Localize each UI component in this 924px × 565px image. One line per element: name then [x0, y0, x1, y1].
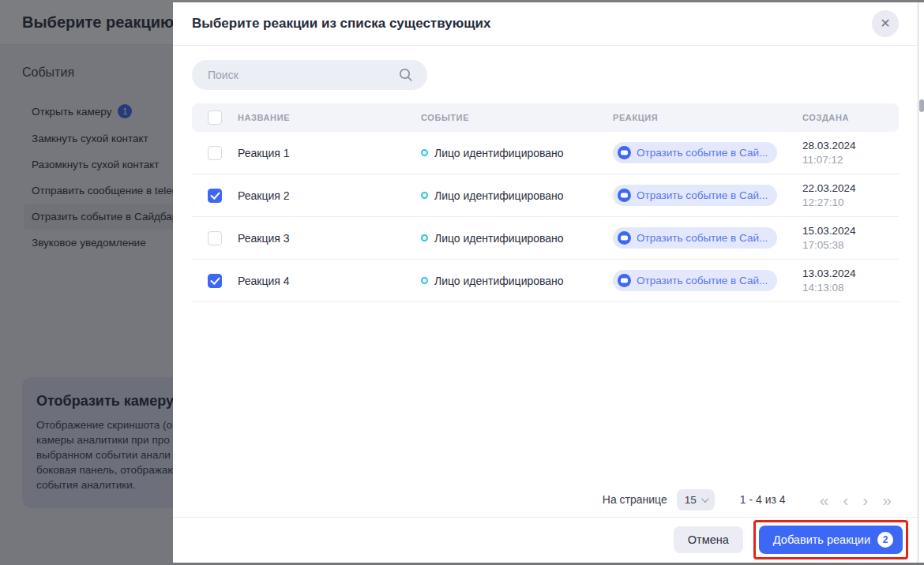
select-all-checkbox[interactable]	[208, 110, 222, 125]
select-reactions-modal: Выберите реакции из списка существующих …	[173, 2, 918, 563]
selected-count-badge: 2	[877, 532, 893, 548]
modal-header: Выберите реакции из списка существующих …	[173, 2, 918, 46]
event-status-icon	[421, 234, 428, 241]
scrollbar[interactable]	[918, 2, 924, 563]
event-cell: Лицо идентифицировано	[421, 189, 613, 202]
created-cell: 28.03.202411:07:12	[802, 139, 899, 167]
close-button[interactable]: ✕	[872, 10, 899, 37]
reaction-chip: Отразить событие в Сай...	[613, 142, 777, 163]
scrollbar-thumb[interactable]	[919, 99, 924, 112]
reactions-table: НАЗВАНИЕ СОБЫТИЕ РЕАКЦИЯ СОЗДАНА Реакция…	[192, 103, 899, 302]
sidebar-reaction-icon	[618, 274, 631, 287]
created-date: 28.03.2024	[802, 139, 899, 153]
per-page-value: 15	[685, 494, 697, 506]
table-row[interactable]: Реакция 2 Лицо идентифицировано Отразить…	[192, 174, 899, 217]
row-checkbox[interactable]	[208, 146, 222, 160]
modal-footer: Отмена Добавить реакции 2	[173, 517, 918, 563]
reaction-name: Реакция 4	[238, 275, 421, 287]
created-date: 13.03.2024	[802, 267, 899, 281]
table-row[interactable]: Реакция 3 Лицо идентифицировано Отразить…	[192, 217, 899, 260]
created-cell: 13.03.202414:13:08	[802, 267, 899, 295]
event-status-icon	[421, 149, 428, 156]
sidebar-reaction-icon	[618, 146, 631, 159]
event-label: Лицо идентифицировано	[434, 232, 564, 245]
search-field	[192, 60, 427, 90]
event-label: Лицо идентифицировано	[434, 189, 564, 202]
event-cell: Лицо идентифицировано	[421, 147, 613, 159]
modal-body: НАЗВАНИЕ СОБЫТИЕ РЕАКЦИЯ СОЗДАНА Реакция…	[173, 46, 918, 517]
sidebar-reaction-icon	[618, 231, 631, 245]
add-reactions-button[interactable]: Добавить реакции 2	[759, 526, 903, 554]
modal-title: Выберите реакции из списка существующих	[192, 16, 490, 32]
table-row[interactable]: Реакция 4 Лицо идентифицировано Отразить…	[192, 260, 899, 302]
reaction-chip-label: Отразить событие в Сай...	[637, 232, 768, 244]
created-time: 14:13:08	[802, 281, 899, 295]
pagination-range: 1 - 4 из 4	[740, 493, 786, 506]
reaction-chip: Отразить событие в Сай...	[613, 227, 777, 249]
reaction-name: Реакция 3	[238, 232, 421, 245]
column-header-name: НАЗВАНИЕ	[238, 113, 421, 122]
created-cell: 15.03.202417:05:38	[802, 224, 899, 253]
created-time: 11:07:12	[802, 153, 899, 167]
next-page-button[interactable]: ›	[857, 492, 873, 508]
per-page-select[interactable]: 15	[677, 489, 715, 511]
prev-page-button[interactable]: ‹	[837, 492, 854, 508]
event-cell: Лицо идентифицировано	[421, 232, 613, 245]
app-window: Выберите реакцию н События Открыть камер…	[0, 0, 924, 565]
reaction-chip-label: Отразить событие в Сай...	[637, 275, 768, 286]
reaction-name: Реакция 1	[238, 147, 421, 159]
chevron-down-icon	[701, 495, 709, 503]
column-header-created: СОЗДАНА	[802, 113, 899, 122]
created-time: 17:05:38	[802, 238, 899, 253]
row-checkbox[interactable]	[208, 189, 222, 203]
search-input[interactable]	[192, 60, 427, 90]
event-cell: Лицо идентифицировано	[421, 275, 613, 287]
per-page-label: На странице	[603, 493, 667, 506]
row-checkbox[interactable]	[208, 231, 222, 245]
column-header-reaction: РЕАКЦИЯ	[613, 113, 802, 122]
event-label: Лицо идентифицировано	[434, 275, 564, 287]
reaction-name: Реакция 2	[238, 189, 421, 202]
event-status-icon	[421, 277, 428, 284]
column-header-event: СОБЫТИЕ	[421, 113, 613, 122]
table-row[interactable]: Реакция 1 Лицо идентифицировано Отразить…	[192, 132, 899, 174]
add-reactions-label: Добавить реакции	[773, 533, 870, 546]
last-page-button[interactable]: »	[877, 492, 897, 508]
first-page-button[interactable]: «	[814, 492, 835, 508]
pagination-arrows: « ‹ › »	[814, 492, 897, 508]
reaction-chip: Отразить событие в Сай...	[613, 185, 777, 206]
pagination-bar: На странице 15 1 - 4 из 4 « ‹ › »	[192, 482, 899, 517]
created-cell: 22.03.202412:27:10	[802, 181, 899, 210]
event-status-icon	[421, 192, 428, 199]
cancel-button[interactable]: Отмена	[674, 526, 743, 553]
search-icon	[399, 68, 413, 82]
reaction-chip: Отразить событие в Сай...	[613, 270, 777, 291]
created-time: 12:27:10	[802, 196, 899, 210]
annotation-highlight-box: Добавить реакции 2	[753, 520, 908, 559]
close-icon: ✕	[880, 17, 890, 30]
table-header-row: НАЗВАНИЕ СОБЫТИЕ РЕАКЦИЯ СОЗДАНА	[192, 103, 899, 132]
reaction-chip-label: Отразить событие в Сай...	[637, 189, 768, 201]
row-checkbox[interactable]	[208, 274, 222, 288]
created-date: 22.03.2024	[802, 181, 899, 196]
event-label: Лицо идентифицировано	[434, 147, 564, 159]
created-date: 15.03.2024	[802, 224, 899, 238]
reaction-chip-label: Отразить событие в Сай...	[637, 147, 768, 159]
sidebar-reaction-icon	[618, 189, 631, 202]
